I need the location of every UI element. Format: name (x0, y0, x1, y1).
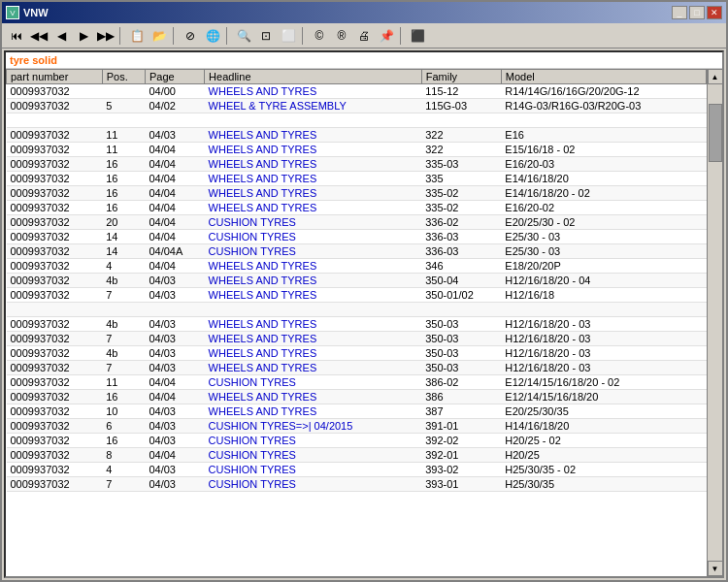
cell-part: 0009937032 (7, 186, 103, 201)
cell-page: 04/04 (145, 390, 204, 404)
table-row: 0009937032 14 04/04 CUSHION TYRES 336-03… (7, 230, 707, 244)
cell-family: 336-03 (421, 230, 501, 244)
cell-pos: 10 (102, 404, 145, 419)
print-button[interactable]: 🖨 (353, 25, 375, 47)
cell-pos: 6 (102, 419, 145, 434)
cell-page: 04/03 (145, 419, 204, 434)
cell-model: H12/16/18 (501, 288, 706, 303)
cell-page: 04/03 (145, 346, 204, 361)
col-model: Model (501, 70, 706, 84)
copyright2-button[interactable]: ® (331, 25, 352, 47)
cell-page: 04/04 (145, 259, 204, 274)
cell-headline: WHEELS AND TYRES (205, 201, 422, 215)
tool1-button[interactable]: ⊘ (180, 25, 201, 47)
cell-headline: WHEELS AND TYRES (205, 317, 422, 332)
table-row: 0009937032 16 04/04 WHEELS AND TYRES 335… (7, 201, 707, 215)
cell-model: H12/16/18/20 - 04 (501, 274, 706, 288)
file-open-button[interactable]: 📂 (149, 25, 170, 47)
cell-headline: CUSHION TYRES=>| 04/2015 (205, 419, 422, 434)
cell-pos: 16 (102, 186, 145, 201)
tool4-button[interactable]: ⬜ (278, 25, 299, 47)
cell-part: 0009937032 (7, 332, 103, 346)
cell-headline: CUSHION TYRES (205, 448, 422, 463)
separator-5 (400, 27, 404, 45)
cell-pos: 14 (102, 244, 145, 259)
nav-next-button[interactable]: ▶ (73, 25, 94, 47)
cell-page: 04/04 (145, 375, 204, 390)
cell-pos: 11 (102, 143, 145, 157)
cell-family: 335-02 (421, 186, 501, 201)
maximize-button[interactable]: □ (689, 6, 705, 19)
cell-model: E12/14/15/16/18/20 (501, 390, 706, 404)
minimize-button[interactable]: _ (672, 6, 687, 19)
cell-family: 391-01 (421, 419, 501, 434)
tool2-button[interactable]: 🌐 (202, 25, 223, 47)
table-row: 0009937032 4b 04/03 WHEELS AND TYRES 350… (7, 274, 707, 288)
stop-button[interactable]: ⬛ (407, 25, 428, 47)
cell-pos: 4b (102, 317, 145, 332)
cell-page: 04/04 (145, 201, 204, 215)
close-button[interactable]: ✕ (707, 6, 722, 19)
table-row: 0009937032 11 04/04 WHEELS AND TYRES 322… (7, 143, 707, 157)
cell-family: 350-03 (421, 317, 501, 332)
cell-pos (102, 84, 145, 99)
cell-family: 336-03 (421, 244, 501, 259)
cell-pos: 16 (102, 390, 145, 404)
cell-page: 04/03 (145, 332, 204, 346)
main-window: V VNW _ □ ✕ ⏮ ◀◀ ◀ ▶ ▶▶ 📋 📂 ⊘ 🌐 🔍 ⊡ ⬜ © … (0, 0, 728, 582)
cell-headline: WHEEL & TYRE ASSEMBLY (205, 99, 422, 113)
nav-prev-button[interactable]: ◀ (50, 25, 72, 47)
zoom-button[interactable]: 🔍 (233, 25, 254, 47)
tool5-button[interactable]: 📌 (376, 25, 397, 47)
separator-1 (119, 27, 123, 45)
col-page: Page (145, 70, 204, 84)
window-title: VNW (23, 7, 49, 18)
cell-headline: WHEELS AND TYRES (205, 390, 422, 404)
cell-part: 0009937032 (7, 244, 103, 259)
file-new-button[interactable]: 📋 (126, 25, 148, 47)
cell-page: 04/04 (145, 448, 204, 463)
cell-headline: WHEELS AND TYRES (205, 143, 422, 157)
scroll-down-button[interactable]: ▼ (708, 561, 723, 576)
cell-headline: CUSHION TYRES (205, 215, 422, 230)
cell-part: 0009937032 (7, 448, 103, 463)
scroll-up-button[interactable]: ▲ (708, 69, 723, 84)
cell-model: E16 (501, 128, 706, 143)
cell-model: E14/16/18/20 - 02 (501, 186, 706, 201)
cell-model: E14/16/18/20 (501, 172, 706, 186)
cell-headline: WHEELS AND TYRES (205, 332, 422, 346)
nav-first-button[interactable]: ⏮ (6, 25, 27, 47)
copyright1-button[interactable]: © (309, 25, 330, 47)
cell-headline: CUSHION TYRES (205, 434, 422, 448)
cell-headline: CUSHION TYRES (205, 477, 422, 492)
cell-page: 04/04 (145, 230, 204, 244)
col-pos: Pos. (102, 70, 145, 84)
nav-prev-fast-button[interactable]: ◀◀ (28, 25, 50, 47)
cell-headline: CUSHION TYRES (205, 375, 422, 390)
cell-pos: 14 (102, 230, 145, 244)
cell-headline: WHEELS AND TYRES (205, 84, 422, 99)
nav-next-fast-button[interactable]: ▶▶ (95, 25, 116, 47)
table-row: 0009937032 5 04/02 WHEEL & TYRE ASSEMBLY… (7, 99, 707, 113)
cell-headline: WHEELS AND TYRES (205, 361, 422, 375)
cell-pos: 11 (102, 375, 145, 390)
cell-headline: WHEELS AND TYRES (205, 274, 422, 288)
cell-family: 115-12 (421, 84, 501, 99)
scroll-track[interactable] (709, 84, 722, 561)
cell-part: 0009937032 (7, 99, 103, 113)
table-row: 0009937032 16 04/04 WHEELS AND TYRES 335… (7, 186, 707, 201)
cell-page: 04/03 (145, 288, 204, 303)
cell-family: 350-03 (421, 361, 501, 375)
scroll-thumb[interactable] (709, 104, 722, 162)
tool3-button[interactable]: ⊡ (255, 25, 277, 47)
cell-family: 335 (421, 172, 501, 186)
cell-headline: CUSHION TYRES (205, 463, 422, 477)
cell-page: 04/04 (145, 157, 204, 172)
table-scroll-area[interactable]: part number Pos. Page Headline Family Mo… (6, 69, 707, 576)
separator-4 (302, 27, 306, 45)
title-bar: V VNW _ □ ✕ (2, 2, 726, 23)
table-row: 0009937032 4 04/04 WHEELS AND TYRES 346 … (7, 259, 707, 274)
col-part-number: part number (7, 70, 103, 84)
cell-part: 0009937032 (7, 143, 103, 157)
table-row: 0009937032 7 04/03 WHEELS AND TYRES 350-… (7, 332, 707, 346)
